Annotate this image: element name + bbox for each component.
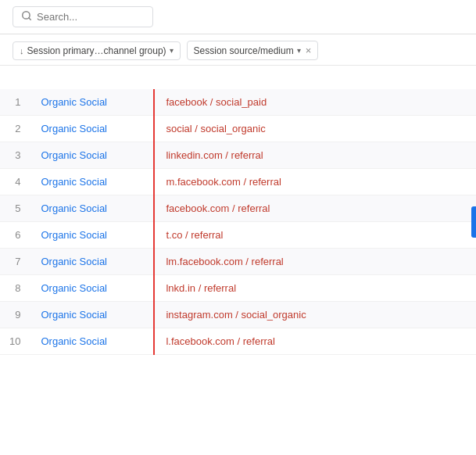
- channel-cell[interactable]: Organic Social: [31, 142, 156, 169]
- top-spacer: [0, 66, 476, 89]
- channel-cell[interactable]: Organic Social: [31, 302, 156, 328]
- row-number: 5: [0, 195, 31, 222]
- row-number: 3: [0, 142, 31, 169]
- table-row: 8Organic Sociallnkd.in / referral: [0, 275, 476, 302]
- row-number: 9: [0, 302, 31, 328]
- row-number: 2: [0, 116, 31, 142]
- primary-channel-filter[interactable]: ↓ Session primary…channel group) ▾: [13, 41, 181, 60]
- primary-channel-label: Session primary…channel group): [27, 45, 166, 56]
- channel-cell[interactable]: Organic Social: [31, 275, 156, 302]
- source-medium-cell[interactable]: m.facebook.com / referral: [156, 169, 476, 195]
- channel-cell[interactable]: Organic Social: [31, 328, 156, 355]
- source-medium-cell[interactable]: social / social_organic: [156, 116, 476, 142]
- row-number: 6: [0, 222, 31, 249]
- svg-line-1: [29, 18, 31, 20]
- search-container[interactable]: [13, 6, 153, 27]
- close-filter-button[interactable]: ×: [306, 45, 312, 56]
- source-medium-cell[interactable]: facebook / social_paid: [156, 89, 476, 116]
- top-bar: [0, 0, 476, 34]
- channel-cell[interactable]: Organic Social: [31, 169, 156, 195]
- table-row: 2Organic Socialsocial / social_organic: [0, 116, 476, 142]
- row-number: 4: [0, 169, 31, 195]
- table-row: 10Organic Sociall.facebook.com / referra…: [0, 328, 476, 355]
- channel-cell[interactable]: Organic Social: [31, 89, 156, 116]
- sort-icon: ↓: [20, 46, 24, 56]
- dropdown-arrow-icon: ▾: [170, 46, 174, 55]
- source-medium-label: Session source/medium: [194, 45, 294, 56]
- table-row: 3Organic Sociallinkedin.com / referral: [0, 142, 476, 169]
- table-row: 9Organic Socialinstagram.com / social_or…: [0, 302, 476, 328]
- row-number: 1: [0, 89, 31, 116]
- row-number: 8: [0, 275, 31, 302]
- source-medium-cell[interactable]: l.facebook.com / referral: [156, 328, 476, 355]
- table-row: 7Organic Sociallm.facebook.com / referra…: [0, 249, 476, 275]
- table-row: 4Organic Socialm.facebook.com / referral: [0, 169, 476, 195]
- search-input[interactable]: [37, 11, 145, 23]
- scroll-indicator: [471, 206, 476, 238]
- source-medium-cell[interactable]: facebook.com / referral: [156, 195, 476, 222]
- dropdown-arrow-2-icon: ▾: [297, 46, 301, 55]
- filter-bar: ↓ Session primary…channel group) ▾ Sessi…: [0, 34, 476, 66]
- table-row: 5Organic Socialfacebook.com / referral: [0, 195, 476, 222]
- table-container: 1Organic Socialfacebook / social_paid2Or…: [0, 89, 476, 355]
- row-number: 7: [0, 249, 31, 275]
- source-medium-cell[interactable]: t.co / referral: [156, 222, 476, 249]
- search-icon: [21, 10, 32, 23]
- data-table: 1Organic Socialfacebook / social_paid2Or…: [0, 89, 476, 355]
- source-medium-cell[interactable]: instagram.com / social_organic: [156, 302, 476, 328]
- table-row: 6Organic Socialt.co / referral: [0, 222, 476, 249]
- source-medium-filter[interactable]: Session source/medium ▾ ×: [187, 41, 319, 60]
- source-medium-cell[interactable]: linkedin.com / referral: [156, 142, 476, 169]
- channel-cell[interactable]: Organic Social: [31, 195, 156, 222]
- channel-cell[interactable]: Organic Social: [31, 116, 156, 142]
- channel-cell[interactable]: Organic Social: [31, 222, 156, 249]
- row-number: 10: [0, 328, 31, 355]
- source-medium-cell[interactable]: lm.facebook.com / referral: [156, 249, 476, 275]
- channel-cell[interactable]: Organic Social: [31, 249, 156, 275]
- source-medium-cell[interactable]: lnkd.in / referral: [156, 275, 476, 302]
- table-row: 1Organic Socialfacebook / social_paid: [0, 89, 476, 116]
